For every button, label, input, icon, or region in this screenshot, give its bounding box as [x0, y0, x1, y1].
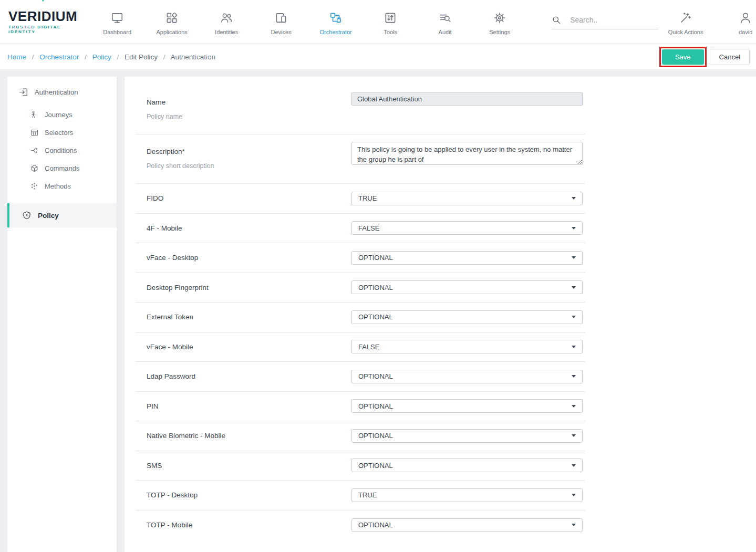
- policy-option-label: vFace - Mobile: [147, 343, 351, 351]
- policy-option-dropdown[interactable]: OPTIONAL: [351, 459, 583, 472]
- chevron-down-icon: [572, 494, 576, 496]
- policy-option-dropdown[interactable]: FALSE: [351, 221, 583, 235]
- policy-option-dropdown[interactable]: TRUE: [351, 488, 583, 502]
- sidebar-item-label: Policy: [38, 212, 59, 220]
- orchestrator-icon: [329, 11, 343, 25]
- nav-item-dashboard[interactable]: Dashboard: [90, 9, 144, 35]
- chevron-down-icon: [572, 434, 576, 437]
- cube-icon: [30, 164, 39, 173]
- chevron-down-icon: [572, 524, 576, 526]
- breadcrumb-separator: /: [117, 53, 119, 61]
- policy-option-dropdown[interactable]: OPTIONAL: [351, 280, 583, 294]
- nav-item-tools[interactable]: Tools: [363, 9, 418, 35]
- policy-option-row: Desktop Fingerprint OPTIONAL: [136, 273, 585, 303]
- breadcrumb-separator: /: [163, 53, 165, 61]
- nav-item-orchestrator[interactable]: Orchestrator: [308, 9, 363, 35]
- sidebar-item-journeys[interactable]: Journeys: [7, 106, 117, 123]
- policy-option-dropdown[interactable]: OPTIONAL: [351, 429, 583, 443]
- policy-option-row: vFace - Desktop OPTIONAL: [136, 243, 585, 273]
- nav-item-applications[interactable]: Applications: [144, 9, 199, 35]
- sidebar-item-authentication[interactable]: Authentication: [7, 80, 117, 106]
- top-navigation-bar: VERIDIUM ✓ TRUSTED DIGITAL IDENTITY Dash…: [0, 0, 756, 44]
- nav-label: Identities: [215, 29, 238, 35]
- policy-option-dropdown[interactable]: TRUE: [351, 192, 583, 205]
- description-sublabel: Policy short description: [147, 162, 351, 170]
- nav-item-devices[interactable]: Devices: [254, 9, 308, 35]
- breadcrumb-policy[interactable]: Policy: [92, 53, 111, 61]
- nav-label: Orchestrator: [320, 29, 352, 35]
- sidebar-header-label: Authentication: [35, 88, 78, 96]
- username-label: david: [739, 29, 752, 35]
- chevron-down-icon: [572, 464, 576, 467]
- policy-option-rows: FIDO TRUE 4F - Mobile FALSE vFace - Desk…: [136, 184, 585, 540]
- nav-item-audit[interactable]: Audit: [418, 9, 472, 35]
- magic-wand-icon: [679, 11, 692, 25]
- chevron-down-icon: [572, 197, 576, 200]
- user-menu[interactable]: david: [718, 9, 756, 35]
- breadcrumb-orchestrator[interactable]: Orchestrator: [39, 53, 79, 61]
- main-nav: Dashboard Applications Identities Device…: [90, 9, 527, 35]
- sidebar-item-label: Commands: [45, 164, 79, 172]
- cancel-button[interactable]: Cancel: [710, 49, 750, 65]
- policy-option-dropdown[interactable]: OPTIONAL: [351, 370, 583, 383]
- user-avatar-icon: [739, 11, 752, 25]
- chevron-down-icon: [572, 405, 576, 408]
- policy-name-input[interactable]: [351, 92, 583, 106]
- name-field-row: Name Policy name: [136, 91, 585, 134]
- policy-option-label: 4F - Mobile: [147, 224, 351, 232]
- nav-label: Audit: [439, 29, 452, 35]
- search-input[interactable]: [569, 15, 658, 25]
- nav-item-settings[interactable]: Settings: [472, 9, 527, 35]
- dropdown-selected-value: OPTIONAL: [358, 432, 393, 440]
- tools-icon: [384, 11, 397, 25]
- policy-description-textarea[interactable]: This policy is going to be applied to ev…: [351, 142, 583, 165]
- policy-option-label: SMS: [147, 462, 351, 470]
- breadcrumb: Home / Orchestrator / Policy / Edit Poli…: [7, 53, 215, 61]
- dashboard-icon: [110, 11, 124, 25]
- sidebar-item-selectors[interactable]: Selectors: [7, 123, 117, 141]
- dropdown-selected-value: FALSE: [358, 224, 379, 232]
- sidebar-item-methods[interactable]: Methods: [7, 177, 117, 195]
- dropdown-selected-value: OPTIONAL: [358, 402, 393, 410]
- breadcrumb-separator: /: [85, 53, 87, 61]
- nav-item-identities[interactable]: Identities: [199, 9, 254, 35]
- journeys-icon: [30, 110, 39, 119]
- policy-option-dropdown[interactable]: OPTIONAL: [351, 251, 583, 265]
- branch-arrows-icon: [30, 146, 39, 155]
- policy-option-row: TOTP - Desktop TRUE: [136, 481, 585, 511]
- page-body: Authentication Journeys Selectors Condit…: [0, 77, 756, 552]
- table-grid-icon: [30, 128, 39, 137]
- dropdown-selected-value: OPTIONAL: [358, 254, 393, 262]
- search-box: [551, 15, 658, 29]
- search-icon: [551, 15, 562, 25]
- sidebar: Authentication Journeys Selectors Condit…: [7, 77, 117, 552]
- applications-icon: [165, 11, 179, 25]
- veridium-logo[interactable]: VERIDIUM ✓ TRUSTED DIGITAL IDENTITY: [8, 9, 77, 34]
- chevron-down-icon: [572, 316, 576, 318]
- policy-option-label: Ldap Password: [147, 372, 351, 380]
- policy-option-row: Ldap Password OPTIONAL: [136, 362, 585, 392]
- policy-option-dropdown[interactable]: FALSE: [351, 340, 583, 353]
- dropdown-selected-value: OPTIONAL: [358, 521, 393, 529]
- quick-actions-label: Quick Actions: [668, 29, 703, 35]
- gear-icon: [493, 11, 506, 25]
- dropdown-selected-value: OPTIONAL: [358, 284, 393, 291]
- quick-actions-button[interactable]: Quick Actions: [658, 9, 713, 35]
- policy-option-row: External Token OPTIONAL: [136, 303, 585, 332]
- policy-option-dropdown[interactable]: OPTIONAL: [351, 399, 583, 413]
- save-button[interactable]: Save: [662, 49, 704, 65]
- sidebar-item-commands[interactable]: Commands: [7, 159, 117, 177]
- policy-option-dropdown[interactable]: OPTIONAL: [351, 310, 583, 324]
- breadcrumb-separator: /: [32, 53, 34, 61]
- brand-check-icon: ✓: [41, 0, 47, 4]
- chevron-down-icon: [572, 375, 576, 378]
- breadcrumb-home[interactable]: Home: [7, 53, 26, 61]
- sidebar-item-conditions[interactable]: Conditions: [7, 141, 117, 159]
- login-arrow-icon: [18, 87, 28, 97]
- description-field-row: Description* Policy short description Th…: [136, 134, 585, 184]
- sidebar-item-policy-active[interactable]: Policy: [7, 203, 117, 227]
- chevron-down-icon: [572, 227, 576, 230]
- chevron-down-icon: [572, 256, 576, 259]
- policy-option-dropdown[interactable]: OPTIONAL: [351, 518, 583, 532]
- policy-option-label: TOTP - Desktop: [147, 491, 351, 499]
